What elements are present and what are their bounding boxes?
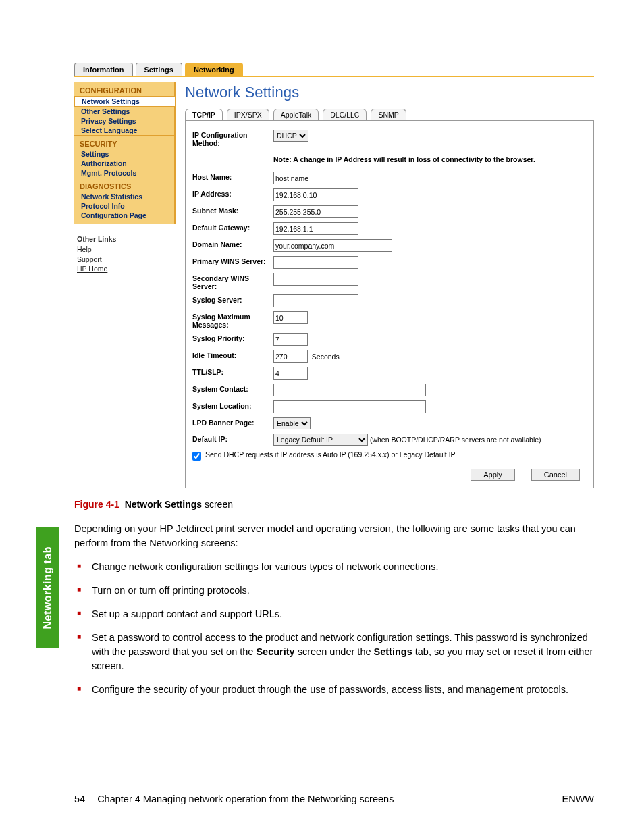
defip-hint: (when BOOTP/DHCP/RARP servers are not av… (370, 436, 541, 444)
input-syslogmax[interactable] (273, 311, 308, 324)
bullet-4: Set a password to control access to the … (74, 631, 594, 683)
input-swins[interactable] (273, 273, 358, 286)
sidebar-item-mgmt-protocols[interactable]: Mgmt. Protocols (74, 168, 174, 178)
bullet-2: Turn on or turn off printing protocols. (74, 583, 594, 607)
label-domain: Domain Name: (192, 239, 273, 249)
checkbox-send-dhcp-label: Send DHCP requests if IP address is Auto… (205, 450, 456, 459)
label-ttl: TTL/SLP: (192, 367, 273, 376)
bullet-5: Configure the security of your product t… (74, 683, 594, 706)
idle-unit: Seconds (312, 353, 340, 361)
sidebar-item-other-settings[interactable]: Other Settings (74, 107, 174, 116)
subtab-snmp[interactable]: SNMP (371, 109, 406, 120)
footer-right: ENWW (562, 793, 594, 804)
subtab-appletalk[interactable]: AppleTalk (273, 109, 319, 120)
chapter-title: Chapter 4 Managing network operation fro… (97, 793, 394, 804)
tcpip-form: IP Configuration Method: DHCP Note: A ch… (185, 121, 594, 488)
label-pwins: Primary WINS Server: (192, 256, 273, 265)
label-syslogpri: Syslog Priority: (192, 333, 273, 342)
input-idle[interactable] (273, 350, 308, 363)
page-footer: 54Chapter 4 Managing network operation f… (74, 793, 594, 804)
label-syslog: Syslog Server: (192, 294, 273, 304)
apply-button[interactable]: Apply (471, 469, 515, 481)
sidebar-item-privacy-settings[interactable]: Privacy Settings (74, 116, 174, 126)
top-tab-bar: Information Settings Networking (74, 59, 594, 77)
input-contact[interactable] (273, 384, 426, 396)
label-host: Host Name: (192, 172, 273, 181)
label-ip-config: IP Configuration Method: (192, 130, 273, 147)
ip-change-note: Note: A change in IP Address will result… (273, 151, 587, 167)
sidebar-item-configuration-page[interactable]: Configuration Page (74, 211, 174, 220)
subtab-ipxspx[interactable]: IPX/SPX (227, 109, 269, 120)
label-lpd: LPD Banner Page: (192, 417, 273, 427)
bullet-3: Set up a support contact and support URL… (74, 607, 594, 631)
label-ip: IP Address: (192, 188, 273, 198)
input-pwins[interactable] (273, 256, 358, 269)
link-support[interactable]: Support (77, 255, 176, 265)
sidebar-item-select-language[interactable]: Select Language (74, 126, 174, 135)
sidebar: CONFIGURATION Network Settings Other Set… (74, 82, 176, 488)
input-host[interactable] (273, 172, 392, 184)
label-contact: System Contact: (192, 384, 273, 393)
input-syslogpri[interactable] (273, 333, 308, 346)
input-syslog[interactable] (273, 294, 358, 307)
subtab-dlcllc[interactable]: DLC/LLC (323, 109, 367, 120)
cancel-button[interactable]: Cancel (531, 469, 580, 481)
input-mask[interactable] (273, 205, 358, 218)
label-defip: Default IP: (192, 434, 273, 443)
input-ip[interactable] (273, 188, 358, 201)
subtab-tcpip[interactable]: TCP/IP (185, 109, 223, 120)
select-lpd[interactable]: Enable (273, 417, 311, 429)
side-tab: Networking tab (36, 527, 59, 648)
tab-information[interactable]: Information (74, 63, 133, 76)
task-list: Change network configuration settings fo… (74, 560, 594, 706)
bullet-1: Change network configuration settings fo… (74, 560, 594, 583)
select-defip[interactable]: Legacy Default IP (273, 434, 368, 446)
sidebar-item-protocol-info[interactable]: Protocol Info (74, 201, 174, 211)
label-gateway: Default Gateway: (192, 222, 273, 232)
sidebar-item-authorization[interactable]: Authorization (74, 159, 174, 168)
sidebar-item-network-statistics[interactable]: Network Statistics (74, 192, 174, 201)
label-location: System Location: (192, 400, 273, 410)
figure-caption: Figure 4-1 Network Settings screen (74, 499, 594, 510)
input-location[interactable] (273, 400, 426, 413)
sidebar-item-security-settings[interactable]: Settings (74, 149, 174, 159)
label-syslogmax: Syslog Maximum Messages: (192, 311, 273, 329)
link-hp-home[interactable]: HP Home (77, 264, 176, 274)
tab-settings[interactable]: Settings (136, 63, 182, 76)
input-ttl[interactable] (273, 367, 308, 380)
sidebar-section-security: SECURITY (74, 135, 174, 149)
other-links-title: Other Links (77, 235, 176, 243)
sidebar-section-diagnostics: DIAGNOSTICS (74, 178, 174, 192)
link-help[interactable]: Help (77, 244, 176, 255)
input-domain[interactable] (273, 239, 392, 252)
sub-tab-bar: TCP/IP IPX/SPX AppleTalk DLC/LLC SNMP (185, 107, 594, 121)
intro-paragraph: Depending on your HP Jetdirect print ser… (74, 522, 594, 550)
label-mask: Subnet Mask: (192, 205, 273, 215)
sidebar-item-network-settings[interactable]: Network Settings (74, 96, 175, 107)
label-swins: Secondary WINS Server: (192, 273, 273, 290)
input-gateway[interactable] (273, 222, 358, 235)
sidebar-section-configuration: CONFIGURATION (74, 82, 174, 96)
page-number: 54 (74, 793, 85, 804)
page-title: Network Settings (185, 84, 594, 101)
checkbox-send-dhcp[interactable] (192, 452, 201, 461)
select-ip-config[interactable]: DHCP (273, 130, 308, 142)
tab-networking[interactable]: Networking (185, 63, 243, 76)
label-idle: Idle Timeout: (192, 350, 273, 359)
